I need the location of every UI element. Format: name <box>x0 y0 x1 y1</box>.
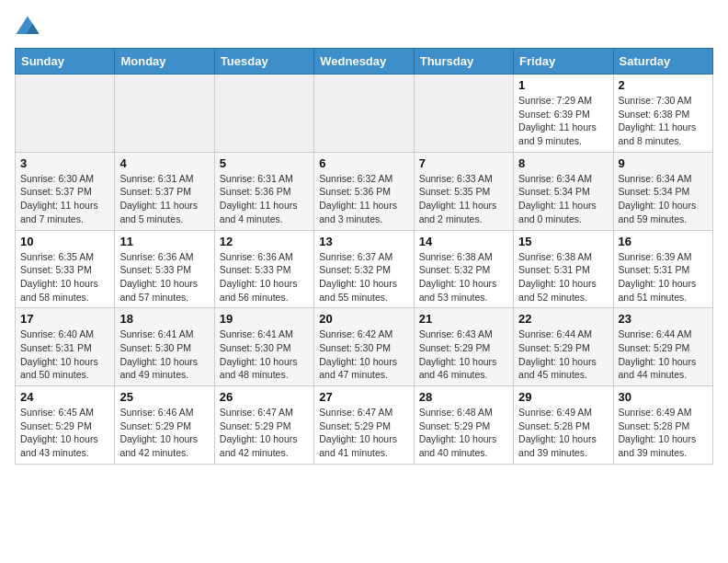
day-number: 11 <box>119 235 209 248</box>
day-info: Sunrise: 6:49 AMSunset: 5:28 PMDaylight:… <box>518 406 608 460</box>
day-number: 8 <box>518 156 608 170</box>
day-info: Sunrise: 6:45 AMSunset: 5:29 PMDaylight:… <box>20 406 109 460</box>
day-info: Sunrise: 6:46 AMSunset: 5:29 PMDaylight:… <box>119 406 209 460</box>
calendar-cell <box>16 75 115 153</box>
day-info: Sunrise: 6:34 AMSunset: 5:34 PMDaylight:… <box>619 172 708 226</box>
day-header-monday: Monday <box>115 49 214 75</box>
day-number: 12 <box>220 235 309 248</box>
day-info: Sunrise: 6:38 AMSunset: 5:32 PMDaylight:… <box>419 250 508 304</box>
calendar-cell: 24Sunrise: 6:45 AMSunset: 5:29 PMDayligh… <box>16 386 115 465</box>
day-number: 25 <box>119 390 209 404</box>
calendar-cell: 14Sunrise: 6:38 AMSunset: 5:32 PMDayligh… <box>414 230 513 308</box>
day-info: Sunrise: 6:44 AMSunset: 5:29 PMDaylight:… <box>518 327 608 382</box>
calendar-cell: 13Sunrise: 6:37 AMSunset: 5:32 PMDayligh… <box>314 230 414 308</box>
day-number: 18 <box>119 312 209 326</box>
calendar-cell: 30Sunrise: 6:49 AMSunset: 5:28 PMDayligh… <box>613 386 712 465</box>
calendar-cell: 11Sunrise: 6:36 AMSunset: 5:33 PMDayligh… <box>115 230 214 308</box>
day-number: 30 <box>619 390 708 404</box>
calendar-cell <box>314 75 414 153</box>
day-info: Sunrise: 6:33 AMSunset: 5:35 PMDaylight:… <box>419 172 508 226</box>
day-number: 16 <box>619 235 708 248</box>
calendar-cell: 8Sunrise: 6:34 AMSunset: 5:34 PMDaylight… <box>514 152 613 230</box>
calendar-cell: 9Sunrise: 6:34 AMSunset: 5:34 PMDaylight… <box>613 152 712 230</box>
day-info: Sunrise: 6:47 AMSunset: 5:29 PMDaylight:… <box>220 406 309 460</box>
calendar-cell: 7Sunrise: 6:33 AMSunset: 5:35 PMDaylight… <box>414 152 513 230</box>
day-number: 26 <box>220 390 309 404</box>
calendar-cell: 28Sunrise: 6:48 AMSunset: 5:29 PMDayligh… <box>414 386 513 465</box>
day-info: Sunrise: 6:41 AMSunset: 5:30 PMDaylight:… <box>119 327 209 382</box>
day-number: 4 <box>119 156 209 170</box>
day-info: Sunrise: 7:29 AMSunset: 6:39 PMDaylight:… <box>518 94 608 148</box>
week-row-5: 24Sunrise: 6:45 AMSunset: 5:29 PMDayligh… <box>16 386 713 465</box>
day-number: 23 <box>619 312 708 326</box>
day-info: Sunrise: 6:41 AMSunset: 5:30 PMDaylight:… <box>220 327 309 382</box>
day-number: 7 <box>419 156 508 170</box>
week-row-3: 10Sunrise: 6:35 AMSunset: 5:33 PMDayligh… <box>16 230 713 308</box>
day-info: Sunrise: 6:37 AMSunset: 5:32 PMDaylight:… <box>319 250 408 304</box>
calendar-cell: 27Sunrise: 6:47 AMSunset: 5:29 PMDayligh… <box>314 386 414 465</box>
calendar-cell: 18Sunrise: 6:41 AMSunset: 5:30 PMDayligh… <box>115 308 214 386</box>
calendar-cell: 22Sunrise: 6:44 AMSunset: 5:29 PMDayligh… <box>514 308 613 386</box>
calendar-cell: 15Sunrise: 6:38 AMSunset: 5:31 PMDayligh… <box>514 230 613 308</box>
calendar-cell: 16Sunrise: 6:39 AMSunset: 5:31 PMDayligh… <box>613 230 712 308</box>
day-number: 29 <box>518 390 608 404</box>
day-number: 24 <box>20 390 109 404</box>
day-number: 6 <box>319 156 408 170</box>
day-info: Sunrise: 6:36 AMSunset: 5:33 PMDaylight:… <box>119 250 209 304</box>
week-row-1: 1Sunrise: 7:29 AMSunset: 6:39 PMDaylight… <box>16 75 713 153</box>
calendar-cell <box>414 75 513 153</box>
day-info: Sunrise: 6:31 AMSunset: 5:36 PMDaylight:… <box>220 172 309 226</box>
calendar-cell: 23Sunrise: 6:44 AMSunset: 5:29 PMDayligh… <box>613 308 712 386</box>
day-number: 22 <box>518 312 608 326</box>
day-info: Sunrise: 6:30 AMSunset: 5:37 PMDaylight:… <box>20 172 109 226</box>
logo-icon <box>15 15 40 40</box>
day-number: 28 <box>419 390 508 404</box>
day-info: Sunrise: 6:35 AMSunset: 5:33 PMDaylight:… <box>20 250 109 304</box>
day-number: 27 <box>319 390 408 404</box>
calendar-cell: 12Sunrise: 6:36 AMSunset: 5:33 PMDayligh… <box>214 230 313 308</box>
day-info: Sunrise: 6:34 AMSunset: 5:34 PMDaylight:… <box>518 172 608 226</box>
calendar-cell: 20Sunrise: 6:42 AMSunset: 5:30 PMDayligh… <box>314 308 414 386</box>
week-row-2: 3Sunrise: 6:30 AMSunset: 5:37 PMDaylight… <box>16 152 713 230</box>
calendar-cell: 10Sunrise: 6:35 AMSunset: 5:33 PMDayligh… <box>16 230 115 308</box>
day-info: Sunrise: 6:31 AMSunset: 5:37 PMDaylight:… <box>119 172 209 226</box>
day-number: 10 <box>20 235 109 248</box>
logo <box>15 15 44 40</box>
day-info: Sunrise: 6:36 AMSunset: 5:33 PMDaylight:… <box>220 250 309 304</box>
calendar-cell: 3Sunrise: 6:30 AMSunset: 5:37 PMDaylight… <box>16 152 115 230</box>
calendar-header: SundayMondayTuesdayWednesdayThursdayFrid… <box>16 49 713 75</box>
day-info: Sunrise: 6:39 AMSunset: 5:31 PMDaylight:… <box>619 250 708 304</box>
day-info: Sunrise: 6:49 AMSunset: 5:28 PMDaylight:… <box>619 406 708 460</box>
day-info: Sunrise: 6:32 AMSunset: 5:36 PMDaylight:… <box>319 172 408 226</box>
days-of-week-row: SundayMondayTuesdayWednesdayThursdayFrid… <box>16 49 713 75</box>
day-number: 19 <box>220 312 309 326</box>
day-info: Sunrise: 6:48 AMSunset: 5:29 PMDaylight:… <box>419 406 508 460</box>
day-number: 9 <box>619 156 708 170</box>
calendar-cell: 1Sunrise: 7:29 AMSunset: 6:39 PMDaylight… <box>514 75 613 153</box>
day-info: Sunrise: 6:38 AMSunset: 5:31 PMDaylight:… <box>518 250 608 304</box>
calendar-cell: 25Sunrise: 6:46 AMSunset: 5:29 PMDayligh… <box>115 386 214 465</box>
day-number: 20 <box>319 312 408 326</box>
day-info: Sunrise: 6:43 AMSunset: 5:29 PMDaylight:… <box>419 327 508 382</box>
day-info: Sunrise: 6:44 AMSunset: 5:29 PMDaylight:… <box>619 327 708 382</box>
day-header-tuesday: Tuesday <box>214 49 313 75</box>
calendar-cell <box>115 75 214 153</box>
calendar-cell: 4Sunrise: 6:31 AMSunset: 5:37 PMDaylight… <box>115 152 214 230</box>
day-number: 5 <box>220 156 309 170</box>
day-info: Sunrise: 6:42 AMSunset: 5:30 PMDaylight:… <box>319 327 408 382</box>
calendar-cell: 19Sunrise: 6:41 AMSunset: 5:30 PMDayligh… <box>214 308 313 386</box>
calendar-cell: 17Sunrise: 6:40 AMSunset: 5:31 PMDayligh… <box>16 308 115 386</box>
calendar-cell: 26Sunrise: 6:47 AMSunset: 5:29 PMDayligh… <box>214 386 313 465</box>
calendar-cell: 5Sunrise: 6:31 AMSunset: 5:36 PMDaylight… <box>214 152 313 230</box>
day-header-saturday: Saturday <box>613 49 712 75</box>
calendar-cell: 29Sunrise: 6:49 AMSunset: 5:28 PMDayligh… <box>514 386 613 465</box>
day-number: 21 <box>419 312 508 326</box>
day-info: Sunrise: 7:30 AMSunset: 6:38 PMDaylight:… <box>619 94 708 148</box>
day-number: 2 <box>619 78 708 92</box>
day-number: 13 <box>319 235 408 248</box>
day-info: Sunrise: 6:40 AMSunset: 5:31 PMDaylight:… <box>20 327 109 382</box>
calendar-cell: 6Sunrise: 6:32 AMSunset: 5:36 PMDaylight… <box>314 152 414 230</box>
calendar-cell <box>214 75 313 153</box>
day-header-sunday: Sunday <box>16 49 115 75</box>
day-number: 15 <box>518 235 608 248</box>
